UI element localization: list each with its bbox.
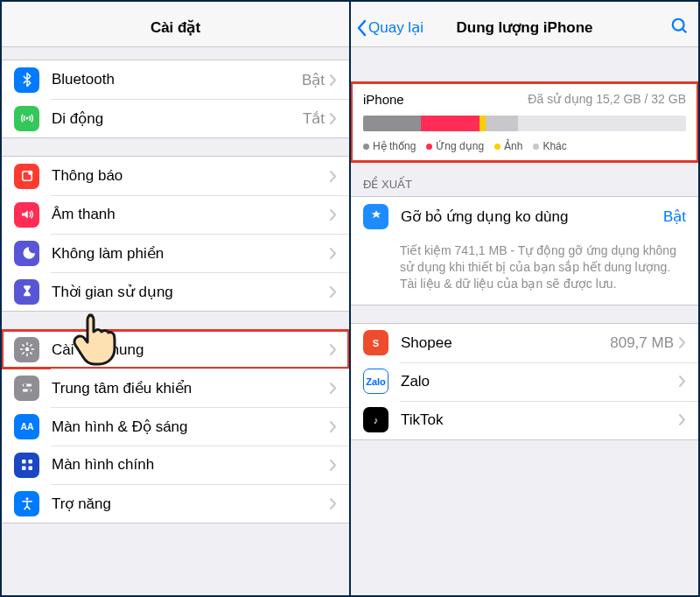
offload-action[interactable]: Bật (663, 207, 686, 226)
settings-group: Thông báoÂm thanhKhông làm phiềnThời gia… (2, 156, 349, 312)
storage-seg-Hệ thống (363, 116, 421, 131)
settings-row-antenna[interactable]: Di độngTắt (2, 99, 349, 137)
legend-dot (494, 144, 500, 150)
settings-row-notify[interactable]: Thông báo (2, 157, 349, 195)
section-header-suggestions: ĐỀ XUẤT (351, 162, 698, 196)
storage-bar (363, 116, 686, 131)
storage-seg-Khác (486, 116, 518, 131)
legend-label: Khác (542, 140, 566, 152)
settings-row-gear[interactable]: Cài đặt chung (2, 330, 349, 369)
chevron-right-icon (330, 113, 337, 124)
app-name: Zalo (401, 373, 679, 390)
storage-seg-Ứng dụng (421, 116, 479, 131)
chevron-right-icon (330, 209, 337, 221)
legend-label: Hệ thống (373, 140, 416, 152)
back-button[interactable]: Quay lại (356, 18, 424, 37)
chevron-right-icon (330, 344, 337, 355)
chevron-right-icon (679, 337, 686, 348)
chevron-right-icon (679, 414, 686, 425)
svg-line-15 (682, 28, 687, 32)
settings-row-hourglass[interactable]: Thời gian sử dụng (2, 272, 349, 311)
chevron-left-icon (356, 19, 367, 37)
storage-seg-Ảnh (480, 116, 486, 131)
app-icon-shopee: S (363, 330, 388, 355)
offload-description: Tiết kiệm 741,1 MB - Tự động gỡ ứng dụng… (351, 235, 698, 306)
gear-icon (14, 337, 39, 362)
row-label: Thời gian sử dụng (52, 283, 330, 301)
page-title: Dung lượng iPhone (456, 18, 592, 37)
settings-row-grid[interactable]: Màn hình chính (2, 446, 349, 484)
chevron-right-icon (330, 171, 337, 182)
svg-rect-9 (22, 460, 26, 464)
settings-row-aa[interactable]: AAMàn hình & Độ sáng (2, 407, 349, 446)
app-row-shopee[interactable]: SShopee809,7 MB (351, 324, 698, 362)
svg-rect-10 (28, 460, 32, 464)
row-value: Bật (302, 71, 325, 89)
svg-point-0 (25, 117, 28, 120)
app-row-zalo[interactable]: ZaloZalo (351, 362, 698, 401)
legend-item: Hệ thống (363, 140, 416, 152)
control-icon (14, 376, 39, 401)
svg-text:AA: AA (20, 421, 34, 432)
chevron-right-icon (330, 248, 337, 259)
legend-dot (426, 144, 432, 150)
offload-row[interactable]: Gỡ bỏ ứng dụng ko dùng Bật (351, 197, 698, 235)
grid-icon (14, 453, 39, 478)
sound-icon (14, 202, 39, 228)
navbar: Quay lại Dung lượng iPhone (351, 9, 698, 47)
svg-point-6 (23, 383, 26, 387)
settings-row-access[interactable]: Trợ năng (2, 484, 349, 523)
offload-label: Gỡ bỏ ứng dụng ko dùng (401, 207, 663, 226)
legend-label: Ứng dụng (436, 140, 484, 152)
hourglass-icon (14, 279, 39, 305)
search-button[interactable] (670, 17, 690, 39)
row-label: Di động (52, 109, 303, 128)
chevron-right-icon (330, 383, 337, 394)
appstore-icon (363, 204, 388, 229)
chevron-right-icon (330, 286, 337, 298)
storage-pane: Quay lại Dung lượng iPhone iPhone Đã sử … (349, 2, 698, 595)
row-label: Màn hình & Độ sáng (52, 418, 330, 436)
row-label: Cài đặt chung (52, 341, 330, 359)
legend-dot (533, 144, 539, 150)
svg-point-14 (673, 18, 684, 30)
apps-group: SShopee809,7 MBZaloZalo♪TikTok (351, 323, 698, 440)
row-label: Màn hình chính (52, 456, 330, 474)
chevron-right-icon (330, 498, 337, 509)
settings-row-sound[interactable]: Âm thanh (2, 195, 349, 234)
notify-icon (14, 164, 39, 189)
svg-point-3 (24, 348, 29, 352)
storage-used-text: Đã sử dụng 15,2 GB / 32 GB (528, 92, 686, 107)
moon-icon (14, 241, 39, 266)
access-icon (14, 491, 39, 516)
device-name: iPhone (363, 92, 404, 107)
settings-row-moon[interactable]: Không làm phiền (2, 234, 349, 272)
legend-item: Khác (533, 140, 566, 152)
settings-row-bluetooth[interactable]: BluetoothBật (2, 60, 349, 99)
settings-row-control[interactable]: Trung tâm điều khiển (2, 369, 349, 407)
app-name: Shopee (401, 334, 610, 352)
page-title: Cài đặt (150, 18, 200, 37)
row-label: Trung tâm điều khiển (52, 379, 330, 397)
back-label: Quay lại (368, 18, 424, 37)
chevron-right-icon (330, 74, 337, 86)
row-label: Âm thanh (52, 206, 330, 223)
svg-rect-12 (28, 467, 32, 471)
antenna-icon (14, 106, 39, 131)
legend-label: Ảnh (504, 140, 522, 152)
search-icon (670, 17, 690, 36)
legend-dot (363, 144, 369, 150)
svg-point-13 (25, 497, 28, 500)
row-label: Bluetooth (52, 71, 302, 88)
svg-rect-11 (22, 467, 26, 471)
chevron-right-icon (330, 421, 337, 432)
app-row-tiktok[interactable]: ♪TikTok (351, 401, 698, 439)
svg-point-7 (27, 389, 31, 392)
chevron-right-icon (679, 376, 686, 387)
legend-item: Ứng dụng (426, 140, 484, 152)
aa-icon: AA (14, 414, 39, 439)
app-name: TikTok (401, 411, 679, 429)
storage-summary: iPhone Đã sử dụng 15,2 GB / 32 GB Hệ thố… (351, 82, 698, 162)
row-label: Trợ năng (52, 495, 330, 513)
legend-item: Ảnh (494, 140, 522, 152)
